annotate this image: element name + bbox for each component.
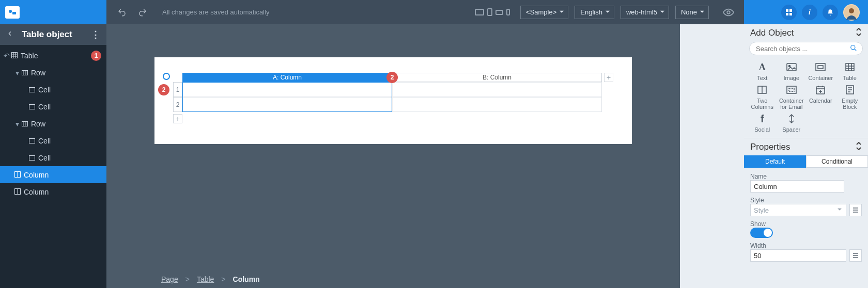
add-row-button[interactable]: + <box>173 114 182 123</box>
search-objects-input[interactable] <box>749 42 863 55</box>
language-dropdown[interactable]: English <box>575 6 614 19</box>
object-item-empty-block[interactable]: Empty Block <box>836 84 864 110</box>
field-label-show: Show <box>750 220 862 228</box>
column-header-label: A: Column <box>273 74 302 81</box>
desktop-icon[interactable] <box>475 9 484 15</box>
search-icon <box>850 44 857 53</box>
sample-dropdown[interactable]: <Sample> <box>520 6 568 19</box>
svg-rect-1 <box>12 12 16 14</box>
style-select[interactable]: Style <box>750 204 846 216</box>
breadcrumb: Page > Table > Column <box>106 270 680 288</box>
object-item-image[interactable]: Image <box>778 61 806 81</box>
column-header-a[interactable]: A: Column 2 <box>182 73 392 82</box>
width-input[interactable] <box>750 249 846 262</box>
field-label-name: Name <box>750 173 862 180</box>
tech-dropdown[interactable]: web-html5 <box>621 6 669 19</box>
object-item-spacer[interactable]: Spacer <box>778 113 806 133</box>
redo-button[interactable] <box>135 5 150 20</box>
object-item-container-email[interactable]: Container for Email <box>778 84 806 110</box>
object-item-two-columns[interactable]: Two Columns <box>748 84 777 110</box>
right-panels: Add Object A Text Image Container <box>744 24 868 288</box>
crumb-page[interactable]: Page <box>161 275 178 283</box>
panel-gutter <box>680 24 744 288</box>
crumb-current: Column <box>233 275 260 283</box>
tree-item-cell[interactable]: Cell <box>0 98 106 115</box>
apps-button[interactable] <box>781 5 797 20</box>
phone-icon[interactable] <box>506 9 510 15</box>
width-options-button[interactable] <box>849 249 862 262</box>
more-menu-icon[interactable]: ⋮ <box>91 29 100 40</box>
tree-item-cell[interactable]: Cell <box>0 81 106 98</box>
object-item-social[interactable]: f Social <box>748 113 777 133</box>
badge: 2 <box>158 84 169 95</box>
row-header-1[interactable]: 1 2 <box>173 82 182 97</box>
tablet-landscape-icon[interactable] <box>495 10 503 15</box>
svg-point-31 <box>788 66 790 67</box>
selection-origin-icon[interactable] <box>163 73 170 80</box>
collapse-panel-icon[interactable] <box>856 142 862 152</box>
svg-rect-9 <box>12 52 18 58</box>
svg-rect-5 <box>786 13 788 15</box>
notifications-button[interactable] <box>823 5 838 20</box>
calendar-icon <box>814 84 827 95</box>
page-canvas[interactable]: A: Column 2 B: Column + 1 2 <box>154 57 632 144</box>
image-icon <box>785 61 798 73</box>
add-column-button[interactable]: + <box>604 73 613 82</box>
table-icon <box>843 61 857 73</box>
chevron-down-icon: ▾ <box>14 120 20 128</box>
tree-label: Row <box>31 120 101 128</box>
canvas-area: A: Column 2 B: Column + 1 2 <box>106 24 680 288</box>
tree-item-cell[interactable]: Cell <box>0 149 106 166</box>
two-columns-icon <box>755 84 769 95</box>
tree-item-row[interactable]: ▾ Row <box>0 115 106 132</box>
none-dropdown[interactable]: None <box>675 6 709 19</box>
svg-point-0 <box>9 10 12 13</box>
style-list-button[interactable] <box>849 204 862 216</box>
app-logo-icon[interactable] <box>5 6 20 19</box>
info-button[interactable]: i <box>802 5 817 20</box>
object-item-text[interactable]: A Text <box>748 61 777 81</box>
social-icon: f <box>755 113 769 124</box>
object-item-table[interactable]: Table <box>836 61 864 81</box>
svg-rect-19 <box>22 121 28 126</box>
properties-tabs: Default Conditional <box>744 155 868 168</box>
show-toggle[interactable] <box>750 228 773 238</box>
empty-block-icon <box>843 84 857 95</box>
tree-item-row[interactable]: ▾ Row <box>0 64 106 81</box>
tree-item-cell[interactable]: Cell <box>0 132 106 149</box>
tab-default[interactable]: Default <box>744 155 806 168</box>
tree-label: Table <box>21 52 88 60</box>
avatar[interactable] <box>843 4 860 21</box>
table-cell[interactable] <box>182 97 392 112</box>
tree-item-table[interactable]: ↶ Table 1 <box>0 47 106 64</box>
autosave-status: All changes are saved automatically <box>162 8 269 16</box>
table-cell[interactable] <box>182 82 392 97</box>
table-cell[interactable] <box>392 97 602 112</box>
row-label: 1 <box>176 86 180 93</box>
collapse-panel-icon[interactable] <box>856 28 862 38</box>
undo-button[interactable] <box>115 5 129 20</box>
badge: 2 <box>386 72 398 83</box>
add-object-header: Add Object <box>744 24 868 42</box>
tree-label: Cell <box>38 86 101 94</box>
back-arrow-icon[interactable] <box>6 29 13 40</box>
object-item-calendar[interactable]: Calendar <box>807 84 835 110</box>
tablet-portrait-icon[interactable] <box>487 8 492 16</box>
device-preview-group <box>475 8 510 16</box>
svg-rect-23 <box>29 155 35 160</box>
column-header-b[interactable]: B: Column <box>392 73 602 82</box>
object-item-container[interactable]: Container <box>807 61 835 81</box>
svg-rect-17 <box>29 87 35 92</box>
search-input-field[interactable] <box>755 44 850 53</box>
table-object[interactable]: A: Column 2 B: Column + 1 2 <box>173 73 613 123</box>
badge: 1 <box>91 51 101 61</box>
tree-item-column[interactable]: Column <box>0 183 106 200</box>
preview-eye-icon[interactable] <box>721 5 736 20</box>
row-header-2[interactable]: 2 <box>173 97 182 112</box>
crumb-table[interactable]: Table <box>197 275 214 283</box>
name-input[interactable] <box>750 180 844 193</box>
spacer-icon <box>785 113 798 124</box>
tab-conditional[interactable]: Conditional <box>806 155 868 168</box>
table-cell[interactable] <box>392 82 602 97</box>
tree-item-column[interactable]: Column <box>0 166 106 183</box>
